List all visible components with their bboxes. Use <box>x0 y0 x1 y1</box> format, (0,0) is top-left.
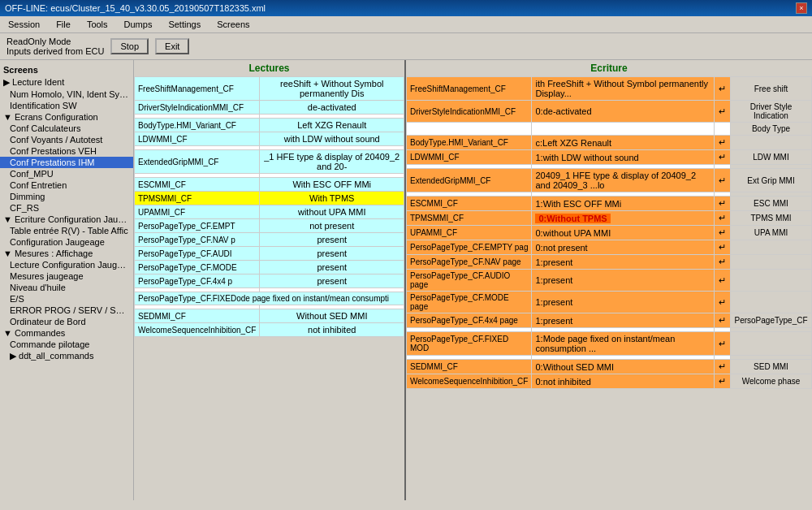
menu-file[interactable]: File <box>51 18 76 31</box>
sidebar-item-20[interactable]: ERROR PROG / SERV / STOP/ F <box>0 305 133 316</box>
sidebar-item-16[interactable]: Lecture Configuration Jaugeage <box>0 259 133 270</box>
ecriture-arrow-cell: ↵ <box>715 150 731 165</box>
lectures-row: PersoPageType_CF.FIXEDode page fixed on … <box>135 292 404 305</box>
ecriture-row: ExtendedGripMMI_CF 20409_1 HFE type & di… <box>407 169 812 192</box>
lectures-value-cell: present <box>260 233 404 247</box>
ecriture-name-cell: PersoPageType_CF.EMPTY pag <box>407 240 532 255</box>
sidebar-item-22[interactable]: ▼ Commandes <box>0 327 133 339</box>
ecriture-name-cell: PersoPageType_CF.MODE page <box>407 292 532 313</box>
ecriture-table-container[interactable]: FreeShiftManagement_CF ith FreeShift + W… <box>406 76 812 500</box>
sidebar-item-7[interactable]: Conf Prestations IHM <box>0 157 133 168</box>
menu-session[interactable]: Session <box>3 18 45 31</box>
ecriture-label-cell <box>731 292 812 313</box>
sidebar-item-23[interactable]: Commande pilotage <box>0 339 133 350</box>
ecriture-value-cell: 1:With ESC OFF MMi <box>532 197 715 211</box>
stop-button[interactable]: Stop <box>110 38 149 54</box>
lectures-value-cell: Left XZG Renault <box>260 119 404 132</box>
ecriture-value-cell: c:Left XZG Renault <box>532 136 715 150</box>
ecriture-value-cell: 1:present <box>532 313 715 328</box>
ecriture-name-cell <box>407 123 532 136</box>
sidebar-item-9[interactable]: Conf Entretien <box>0 179 133 191</box>
ecriture-value-cell: 1:present <box>532 270 715 292</box>
ecriture-label-cell: Body Type <box>731 123 812 136</box>
lectures-table-container[interactable]: FreeShiftManagement_CF reeShift + Withou… <box>134 76 404 500</box>
ecriture-arrow-cell: ↵ <box>715 77 731 101</box>
ecriture-value-cell: 0:Without TPMS <box>532 211 715 226</box>
sidebar-item-8[interactable]: Conf_MPU <box>0 168 133 179</box>
lectures-row: PersoPageType_CF.NAV p present <box>135 233 404 247</box>
ecriture-arrow-cell: ↵ <box>715 332 731 356</box>
ecriture-name-cell: PersoPageType_CF.FIXED MOD <box>407 332 532 356</box>
window-title: OFF-LINE: ecus/Cluster_15_40_v3.30.05_20… <box>5 3 266 13</box>
ecriture-arrow-cell: ↵ <box>715 226 731 240</box>
lectures-value-cell: with LDW without sound <box>260 132 404 146</box>
ecriture-arrow-cell <box>715 123 731 136</box>
sidebar-item-12[interactable]: ▼ Ecriture Configuration Jaugeage <box>0 214 133 225</box>
sidebar-item-0[interactable]: ▶ Lecture Ident <box>0 76 133 89</box>
lectures-value-cell: present <box>260 274 404 288</box>
ecriture-label-cell: Ext Grip MMI <box>731 169 812 192</box>
sidebar-item-18[interactable]: Niveau d'huile <box>0 282 133 293</box>
sidebar-item-13[interactable]: Table entrée R(V) - Table Affic <box>0 225 133 236</box>
lectures-row: UPAMMI_CF without UPA MMI <box>135 205 404 219</box>
sidebar-item-3[interactable]: ▼ Ecrans Configuration <box>0 111 133 123</box>
lectures-table: FreeShiftManagement_CF reeShift + Withou… <box>134 76 404 337</box>
sidebar-item-10[interactable]: Dimming <box>0 191 133 202</box>
menu-tools[interactable]: Tools <box>82 18 113 31</box>
menu-settings[interactable]: Settings <box>163 18 205 31</box>
ecriture-row: TPMSMMI_CF 0:Without TPMS ↵ TPMS MMI <box>407 211 812 226</box>
toolbar: ReadOnly Mode Inputs derived from ECU St… <box>0 33 812 60</box>
lectures-row: PersoPageType_CF.EMPT not present <box>135 219 404 233</box>
ecriture-label-cell <box>731 270 812 292</box>
lectures-name-cell: BodyType.HMI_Variant_CF <box>135 119 260 132</box>
sidebar-item-14[interactable]: Configuration Jaugeage <box>0 236 133 248</box>
ecriture-arrow-cell: ↵ <box>715 360 731 374</box>
ecriture-value-cell: 0:not present <box>532 240 715 255</box>
lectures-value-cell: present <box>260 247 404 261</box>
lectures-cell-wide: PersoPageType_CF.FIXEDode page fixed on … <box>135 292 404 305</box>
ecriture-name-cell: UPAMMI_CF <box>407 226 532 240</box>
menu-dumps[interactable]: Dumps <box>119 18 158 31</box>
sidebar-item-11[interactable]: CF_RS <box>0 202 133 214</box>
ecriture-row: PersoPageType_CF.FIXED MOD 1:Mode page f… <box>407 332 812 356</box>
lectures-name-cell: PersoPageType_CF.EMPT <box>135 219 260 233</box>
sidebar-item-6[interactable]: Conf Prestations VEH <box>0 145 133 157</box>
ecriture-table: FreeShiftManagement_CF ith FreeShift + W… <box>406 76 812 389</box>
lectures-name-cell: ESCMMI_CF <box>135 178 260 192</box>
close-button[interactable]: × <box>796 2 807 14</box>
menu-screens[interactable]: Screens <box>212 18 254 31</box>
main-container: Screens ▶ Lecture IdentNum Homolo, VIN, … <box>0 60 812 500</box>
ecriture-arrow-cell: ↵ <box>715 374 731 389</box>
ecriture-arrow-cell: ↵ <box>715 136 731 150</box>
sidebar-item-19[interactable]: E/S <box>0 293 133 305</box>
ecriture-value-cell: 0:de-activated <box>532 101 715 123</box>
exit-button[interactable]: Exit <box>155 38 189 54</box>
ecriture-arrow-cell: ↵ <box>715 255 731 270</box>
ecriture-value-cell: 1:Mode page fixed on instant/mean consum… <box>532 332 715 356</box>
readonly-mode-label: ReadOnly Mode <box>6 37 104 46</box>
ecriture-label-cell: UPA MMI <box>731 226 812 240</box>
sidebar-item-1[interactable]: Num Homolo, VIN, Ident Syste <box>0 89 133 100</box>
lectures-name-cell: FreeShiftManagement_CF <box>135 77 260 101</box>
lectures-name-cell: ExtendedGripMMI_CF <box>135 150 260 174</box>
ecriture-row: PersoPageType_CF.NAV page 1:present ↵ <box>407 255 812 270</box>
ecriture-label-cell: LDW MMI <box>731 150 812 165</box>
sidebar-item-5[interactable]: Conf Voyants / Autotest <box>0 134 133 145</box>
sidebar-item-21[interactable]: Ordinateur de Bord <box>0 316 133 327</box>
sidebar-item-17[interactable]: Mesures jaugeage <box>0 270 133 282</box>
lectures-row: SEDMMI_CF Without SED MMI <box>135 309 404 323</box>
sidebar-item-2[interactable]: Identification SW <box>0 100 133 111</box>
ecriture-name-cell: ESCMMI_CF <box>407 197 532 211</box>
sidebar-item-24[interactable]: ▶ ddt_all_commands <box>0 350 133 362</box>
ecriture-label-cell: SED MMI <box>731 360 812 374</box>
lectures-row: TPMSMMI_CF With TPMS <box>135 192 404 205</box>
lectures-name-cell: UPAMMI_CF <box>135 205 260 219</box>
lectures-value-cell: _1 HFE type & display of 20409_2 and 20- <box>260 150 404 174</box>
sidebar-item-4[interactable]: Conf Calculateurs <box>0 123 133 134</box>
ecriture-arrow-cell: ↵ <box>715 292 731 313</box>
sidebar-item-15[interactable]: ▼ Mesures : Affichage <box>0 248 133 259</box>
ecriture-value-cell: 1:present <box>532 255 715 270</box>
ecriture-name-cell: SEDMMI_CF <box>407 360 532 374</box>
lectures-name-cell: LDWMMI_CF <box>135 132 260 146</box>
sidebar: Screens ▶ Lecture IdentNum Homolo, VIN, … <box>0 60 134 500</box>
